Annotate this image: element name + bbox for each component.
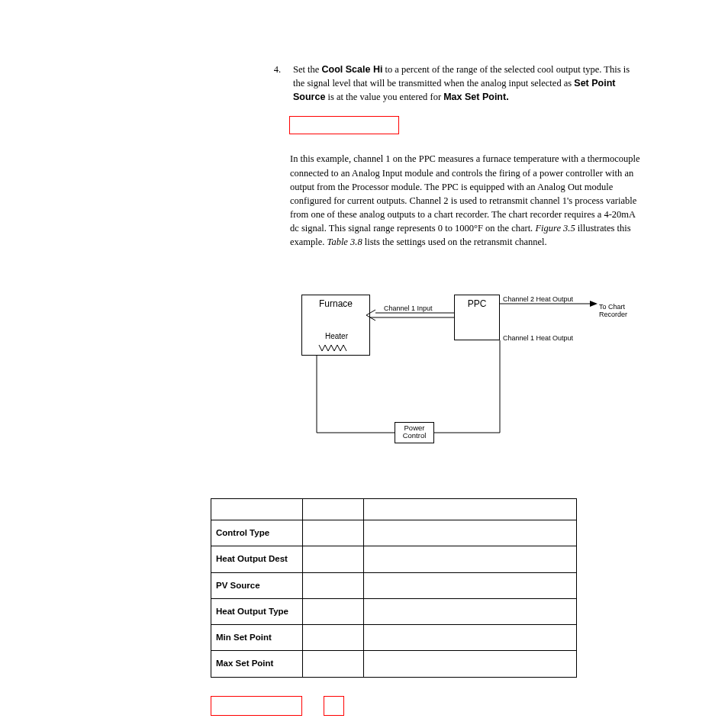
red-highlight-box-2 [211, 696, 302, 716]
channel2-heat-label: Channel 2 Heat Output [503, 295, 573, 305]
table-header-row [211, 499, 577, 520]
example-paragraph: In this example, channel 1 on the PPC me… [290, 152, 641, 249]
table-row: PV Source [211, 572, 577, 598]
channel1-input-label: Channel 1 Input [384, 304, 433, 314]
settings-table: Control Type Heat Output Dest PV Source … [211, 498, 577, 678]
channel1-heat-path [301, 340, 530, 447]
block-diagram: Furnace Heater PPC Power Control Channel… [301, 295, 645, 440]
to-chart-recorder-label: To Chart Recorder [599, 304, 627, 319]
ppc-block: PPC [454, 295, 500, 340]
red-highlight-box-3 [324, 696, 344, 716]
table-row: Min Set Point [211, 625, 577, 651]
table-row: Heat Output Dest [211, 546, 577, 572]
svg-marker-3 [590, 301, 598, 307]
table-row: Heat Output Type [211, 598, 577, 624]
table-row: Max Set Point [211, 651, 577, 677]
channel1-heat-label: Channel 1 Heat Output [503, 333, 573, 344]
list-number: 4. [272, 63, 290, 104]
step-text: Set the Cool Scale Hi to a percent of th… [293, 63, 641, 104]
red-highlight-box-1 [289, 116, 399, 134]
table-row: Control Type [211, 520, 577, 546]
